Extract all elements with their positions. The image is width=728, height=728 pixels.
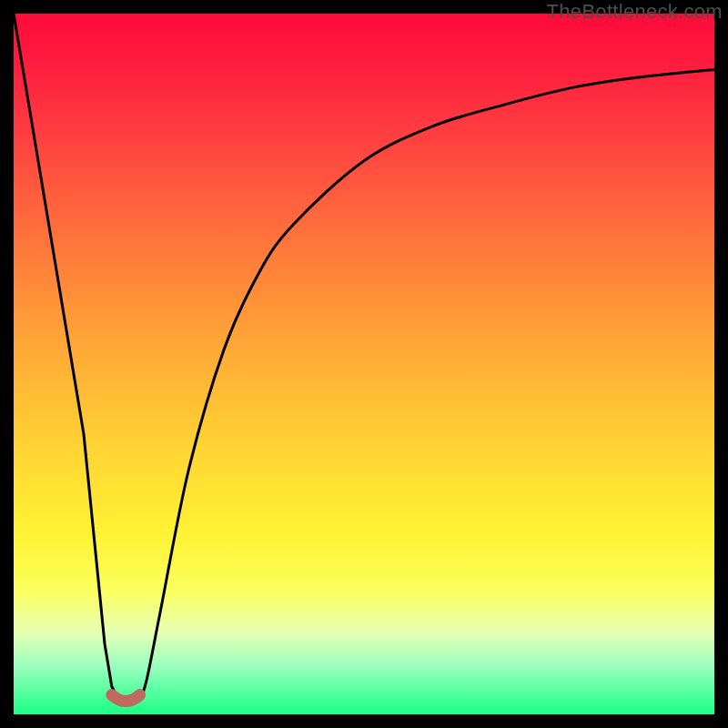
plot-area xyxy=(14,14,714,714)
left-descent-line xyxy=(14,14,119,701)
chart-frame: TheBottleneck.com xyxy=(0,0,728,728)
right-ascent-line xyxy=(140,70,714,701)
dip-marker xyxy=(112,695,140,702)
curve-group xyxy=(14,14,714,702)
bottleneck-curve xyxy=(14,14,714,714)
